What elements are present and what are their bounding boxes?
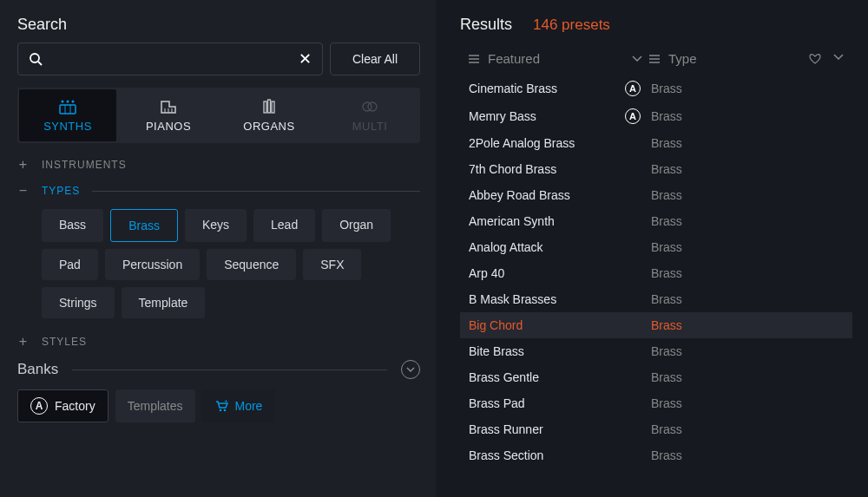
bank-templates[interactable]: Templates: [115, 389, 195, 422]
type-chip[interactable]: Sequence: [207, 249, 296, 280]
section-instruments: + INSTRUMENTS: [17, 157, 420, 173]
type-chip[interactable]: Lead: [253, 209, 315, 242]
preset-row[interactable]: Memry BassABrass: [460, 102, 852, 130]
close-icon[interactable]: ✕: [299, 49, 312, 69]
category-pianos[interactable]: PIANOS: [120, 89, 217, 141]
type-chip[interactable]: Pad: [42, 249, 98, 280]
expand-icon[interactable]: +: [17, 157, 30, 173]
sort-featured[interactable]: Featured: [469, 51, 642, 66]
category-synths[interactable]: SYNTHS: [19, 89, 116, 141]
preset-name: Bite Brass: [469, 344, 625, 358]
arturia-icon: A: [30, 397, 48, 415]
category-multi[interactable]: MULTI: [321, 89, 418, 141]
bank-row: A Factory Templates + More: [17, 389, 420, 422]
preset-type: Brass: [651, 292, 682, 306]
preset-name: Analog Attack: [469, 240, 625, 254]
preset-name: Cinematic Brass: [469, 82, 625, 95]
category-label: MULTI: [352, 120, 388, 133]
sort-label: Featured: [488, 51, 540, 66]
divider: [72, 369, 387, 370]
preset-row[interactable]: Big ChordBrass: [460, 312, 852, 338]
search-box[interactable]: ✕: [17, 43, 323, 75]
type-chip[interactable]: Keys: [185, 209, 247, 242]
expand-icon[interactable]: +: [17, 334, 30, 350]
search-icon: [29, 52, 43, 66]
preset-name: Brass Runner: [469, 422, 625, 436]
svg-line-1: [38, 62, 42, 65]
bank-factory[interactable]: A Factory: [17, 389, 108, 422]
preset-type: Brass: [651, 344, 682, 358]
collapse-icon[interactable]: −: [17, 183, 30, 199]
preset-row[interactable]: Cinematic BrassABrass: [460, 75, 852, 102]
category-organs[interactable]: ORGANS: [220, 89, 318, 141]
category-row: SYNTHS PIANOS ORGANS MULTI: [17, 88, 420, 143]
section-label: STYLES: [42, 336, 87, 348]
preset-row[interactable]: 7th Chord BrassBrass: [460, 156, 852, 182]
bank-label: Templates: [128, 399, 183, 413]
svg-point-3: [67, 100, 69, 102]
preset-row[interactable]: Bite BrassBrass: [460, 338, 852, 364]
preset-row[interactable]: Brass PadBrass: [460, 390, 852, 416]
preset-type: Brass: [651, 370, 682, 384]
section-types: − TYPES: [17, 183, 420, 199]
banks-header: Banks: [17, 360, 420, 379]
chevron-down-icon[interactable]: [833, 54, 844, 64]
type-chip[interactable]: Brass: [110, 209, 178, 242]
category-label: SYNTHS: [43, 120, 92, 133]
organs-icon: [260, 99, 279, 114]
preset-row[interactable]: Brass GentleBrass: [460, 364, 852, 390]
type-chip[interactable]: Strings: [42, 287, 115, 318]
chevron-down-icon[interactable]: [401, 360, 420, 379]
preset-badge: A: [625, 108, 651, 124]
preset-type: Brass: [651, 214, 682, 228]
preset-name: 2Pole Analog Brass: [469, 136, 625, 150]
bank-more[interactable]: + More: [202, 389, 275, 422]
preset-type: Brass: [651, 162, 682, 176]
preset-name: Brass Section: [469, 448, 625, 462]
divider: [92, 191, 420, 192]
preset-name: B Mask Brasses: [469, 292, 625, 306]
arturia-icon: A: [625, 81, 641, 96]
preset-row[interactable]: Arp 40Brass: [460, 260, 852, 286]
type-chip[interactable]: Bass: [42, 209, 103, 242]
bank-label: More: [235, 399, 263, 413]
preset-row[interactable]: 2Pole Analog BrassBrass: [460, 130, 852, 156]
type-chip[interactable]: Percussion: [105, 249, 200, 280]
preset-type: Brass: [651, 240, 682, 254]
sort-icons: [809, 54, 844, 64]
svg-point-15: [368, 102, 377, 111]
preset-name: Brass Gentle: [469, 370, 625, 384]
type-chip[interactable]: SFX: [303, 249, 361, 280]
piano-icon: [159, 99, 178, 114]
clear-all-button[interactable]: Clear All: [330, 43, 420, 75]
preset-row[interactable]: Brass SectionBrass: [460, 442, 852, 468]
chevron-down-icon[interactable]: [632, 56, 642, 62]
preset-row[interactable]: B Mask BrassesBrass: [460, 286, 852, 312]
preset-row[interactable]: Brass RunnerBrass: [460, 416, 852, 442]
category-label: PIANOS: [146, 120, 191, 133]
preset-list: Cinematic BrassABrassMemry BassABrass2Po…: [460, 75, 852, 468]
types-chips: BassBrassKeysLeadOrganPadPercussionSeque…: [17, 209, 420, 318]
preset-row[interactable]: Analog AttackBrass: [460, 234, 852, 260]
type-chip[interactable]: Template: [122, 287, 206, 318]
svg-rect-5: [60, 105, 76, 114]
preset-row[interactable]: American SynthBrass: [460, 208, 852, 234]
type-chip[interactable]: Organ: [322, 209, 391, 242]
preset-type: Brass: [651, 422, 682, 436]
results-panel: Results 146 presets Featured Type: [436, 0, 868, 497]
arturia-icon: A: [625, 108, 641, 124]
svg-point-16: [219, 409, 221, 412]
preset-type: Brass: [651, 109, 682, 123]
heart-icon[interactable]: [809, 54, 821, 64]
svg-rect-13: [272, 101, 274, 113]
list-icon: [469, 55, 479, 63]
preset-type: Brass: [651, 318, 682, 332]
search-input[interactable]: [49, 52, 299, 66]
preset-type: Brass: [651, 188, 682, 202]
svg-rect-11: [264, 101, 266, 113]
preset-name: Arp 40: [469, 266, 625, 280]
preset-name: Abbey Road Brass: [469, 188, 625, 202]
svg-point-0: [30, 54, 39, 62]
preset-row[interactable]: Abbey Road BrassBrass: [460, 182, 852, 208]
sort-type[interactable]: Type: [649, 51, 844, 66]
